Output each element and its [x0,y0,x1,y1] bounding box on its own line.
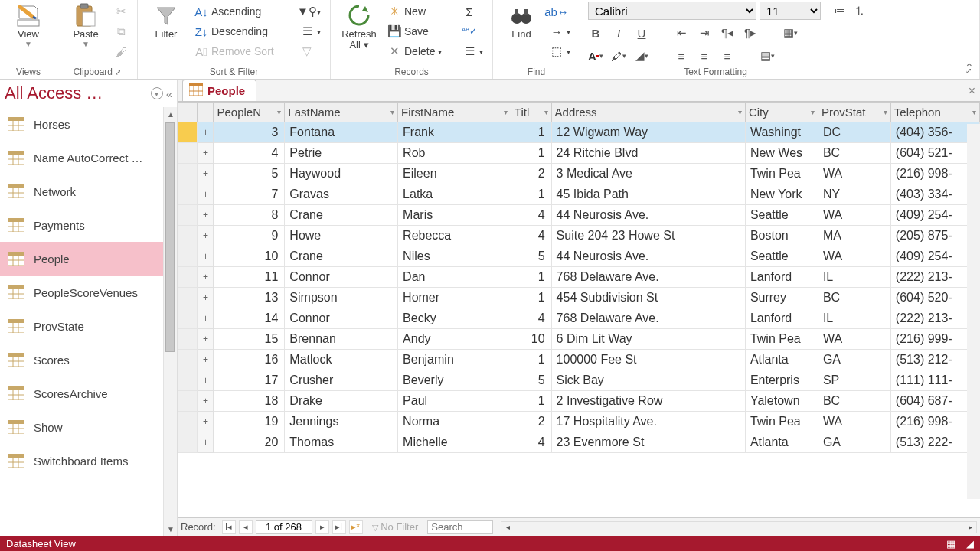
cell-provstat[interactable]: NY [818,184,890,205]
view-button[interactable]: View ▼ [8,2,49,48]
row-selector[interactable] [178,122,198,143]
column-dropdown-icon[interactable]: ▾ [884,108,887,116]
cell-firstname[interactable]: Becky [398,308,511,329]
filter-button[interactable]: Filter [145,2,187,40]
grid-vscrollbar[interactable] [967,124,980,499]
record-position-input[interactable] [256,520,312,534]
cell-title[interactable]: 5 [511,246,551,267]
save-record-button[interactable]: 💾Save [386,23,455,40]
cell-address[interactable]: 12 Wigwam Way [551,122,745,143]
cell-address[interactable]: 23 Evenmore St [551,432,745,453]
refresh-button[interactable]: Refresh All ▾ [338,2,380,51]
row-selector[interactable] [178,329,198,350]
expand-row-button[interactable]: + [198,246,214,267]
paste-button[interactable]: Paste ▼ [65,2,106,48]
cell-firstname[interactable]: Maris [398,205,511,226]
table-row[interactable]: +5HaywoodEileen23 Medical AveTwin PeaWA(… [178,164,980,184]
cell-firstname[interactable]: Benjamin [398,350,511,370]
bold-button[interactable]: B [588,25,603,41]
column-dropdown-icon[interactable]: ▾ [390,108,394,116]
table-row[interactable]: +18DrakePaul12 Investigative RowYaletown… [178,391,980,412]
expand-row-button[interactable]: + [198,164,214,184]
cell-title[interactable]: 4 [511,226,551,246]
cell-lastname[interactable]: Fontana [285,122,398,143]
cell-city[interactable]: Twin Pea [745,164,818,184]
design-view-shortcut-icon[interactable]: ◢ [966,538,974,549]
cell-peopleid[interactable]: 18 [214,391,285,412]
cell-address[interactable]: 45 Ibida Path [551,184,745,205]
cell-city[interactable]: Surrey [745,288,818,308]
scroll-thumb[interactable] [165,122,175,352]
descending-button[interactable]: Z↓Descending [193,23,292,40]
ltr-button[interactable]: ¶▸ [743,25,758,41]
sidebar-item-switchboard-items[interactable]: Switchboard Items [0,444,177,478]
expand-row-button[interactable]: + [198,267,214,288]
sidebar-item-people[interactable]: People [0,242,177,276]
new-record-button[interactable]: ✳New [386,3,455,20]
selection-filter-button[interactable]: ▼⚲▾ [299,3,322,20]
font-size-select[interactable]: 11 [760,2,821,20]
sidebar-item-horses[interactable]: Horses [0,107,177,141]
sidebar-item-name-autocorrect-[interactable]: Name AutoCorrect … [0,141,177,174]
expand-row-button[interactable]: + [198,226,214,246]
last-record-button[interactable]: ▸I [332,520,346,534]
more-records-button[interactable]: ☰▾ [461,43,485,60]
cell-peopleid[interactable]: 19 [214,412,285,432]
cell-city[interactable]: Seattle [745,246,818,267]
cell-lastname[interactable]: Crane [285,205,398,226]
cell-provstat[interactable]: SP [818,370,890,391]
nav-dropdown-icon[interactable]: ▾ [151,87,163,99]
align-left-button[interactable]: ≡ [674,48,689,64]
expand-row-button[interactable]: + [198,432,214,453]
cell-firstname[interactable]: Frank [398,122,511,143]
cell-provstat[interactable]: DC [818,122,890,143]
sidebar-item-provstate[interactable]: ProvState [0,309,177,343]
cell-firstname[interactable]: Latka [398,184,511,205]
column-header-address[interactable]: Address▾ [551,103,745,122]
cell-firstname[interactable]: Niles [398,246,511,267]
cell-lastname[interactable]: Howe [285,226,398,246]
select-button[interactable]: ⬚▾ [548,43,572,60]
expand-row-button[interactable]: + [198,122,214,143]
table-row[interactable]: +17CrusherBeverly5Sick BayEnterprisSP(11… [178,370,980,391]
cell-firstname[interactable]: Andy [398,329,511,350]
column-dropdown-icon[interactable]: ▾ [277,108,281,116]
cell-title[interactable]: 2 [511,412,551,432]
table-row[interactable]: +10CraneNiles544 Neurosis Ave.SeattleWA(… [178,246,980,267]
bullets-icon[interactable]: ≔ [831,3,847,18]
prev-record-button[interactable]: ◂ [239,520,253,534]
cell-title[interactable]: 4 [511,308,551,329]
table-row[interactable]: +11ConnorDan1768 Delaware Ave.LanfordIL(… [178,267,980,288]
sidebar-item-peoplescorevenues[interactable]: PeopleScoreVenues [0,276,177,309]
nav-header[interactable]: All Access … ▾ « [0,80,177,107]
cell-lastname[interactable]: Gravas [285,184,398,205]
cell-lastname[interactable]: Drake [285,391,398,412]
copy-button[interactable]: ⧉ [113,23,129,40]
cell-peopleid[interactable]: 11 [214,267,285,288]
cell-city[interactable]: Atlanta [745,350,818,370]
cell-address[interactable]: 2 Investigative Row [551,391,745,412]
cell-peopleid[interactable]: 8 [214,205,285,226]
inc-indent-button[interactable]: ⇥ [697,25,712,41]
cell-peopleid[interactable]: 9 [214,226,285,246]
goto-button[interactable]: →▾ [548,23,572,40]
table-row[interactable]: +13SimpsonHomer1454 Subdivision StSurrey… [178,288,980,308]
filter-indicator[interactable]: ▽ No Filter [372,521,419,533]
table-row[interactable]: +8CraneMaris444 Neurosis Ave.SeattleWA(4… [178,205,980,226]
cell-firstname[interactable]: Rebecca [398,226,511,246]
cell-provstat[interactable]: IL [818,267,890,288]
gridlines-button[interactable]: ▦ ▾ [782,25,798,41]
cell-lastname[interactable]: Petrie [285,143,398,164]
cell-provstat[interactable]: BC [818,143,890,164]
column-header-city[interactable]: City▾ [745,103,818,122]
row-selector[interactable] [178,226,198,246]
cell-city[interactable]: Twin Pea [745,412,818,432]
column-dropdown-icon[interactable]: ▾ [811,108,815,116]
close-tab-button[interactable]: × [969,84,975,98]
column-dropdown-icon[interactable]: ▾ [504,108,508,116]
select-all-corner[interactable] [178,103,198,122]
cell-title[interactable]: 4 [511,205,551,226]
expand-row-button[interactable]: + [198,143,214,164]
numbering-icon[interactable]: ⒈ [851,3,867,18]
expand-row-button[interactable]: + [198,308,214,329]
